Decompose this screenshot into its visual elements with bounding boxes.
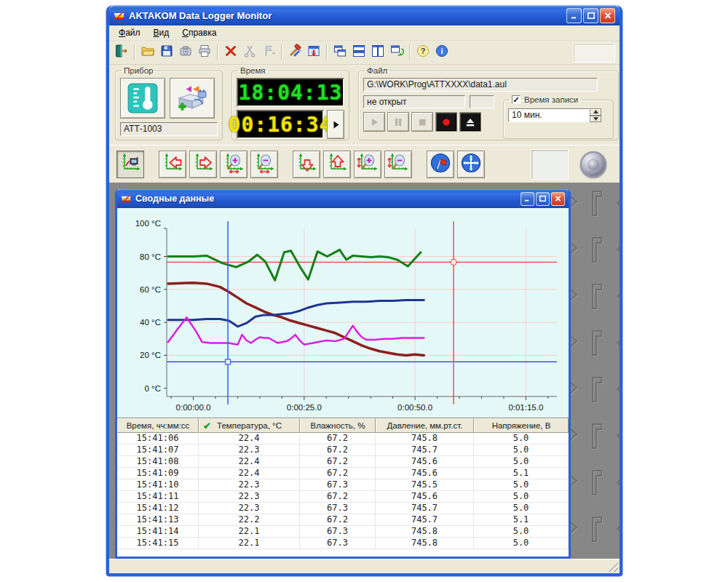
cascade-button[interactable] bbox=[331, 43, 349, 62]
zoom-out-x-icon bbox=[253, 152, 275, 177]
pause-icon bbox=[392, 116, 404, 128]
record-icon bbox=[440, 116, 452, 128]
table-cell: 5.0 bbox=[474, 456, 569, 467]
print-button[interactable] bbox=[195, 43, 214, 62]
time-panel: Время 18:04:13 00:16:34 bbox=[232, 66, 349, 140]
device-settings-button[interactable] bbox=[120, 78, 165, 119]
menu-item-вид[interactable]: Вид bbox=[147, 26, 176, 39]
table-row[interactable]: 15:41:0822.467.2745.65.0 bbox=[117, 456, 569, 468]
menubar: ФайлВидСправка bbox=[109, 25, 620, 41]
playback-controls bbox=[363, 112, 496, 132]
menu-item-файл[interactable]: Файл bbox=[112, 26, 147, 39]
arrange-icons-icon bbox=[389, 44, 404, 61]
table-cell: 67.3 bbox=[300, 503, 376, 514]
table-row[interactable]: 15:41:1322.267.2745.75.1 bbox=[117, 514, 569, 526]
about-icon: i bbox=[435, 44, 449, 61]
column-header[interactable]: ✔Температура, °C bbox=[199, 418, 300, 433]
table-row[interactable]: 15:41:0622.467.2745.85.0 bbox=[117, 433, 569, 445]
summary-minimize-button[interactable] bbox=[521, 192, 534, 206]
table-cell: 745.7 bbox=[376, 503, 474, 514]
pause-button[interactable] bbox=[387, 112, 409, 132]
preview-button[interactable] bbox=[176, 43, 195, 62]
table-row[interactable]: 15:41:0722.367.2745.75.0 bbox=[117, 445, 569, 456]
column-header-label: Давление, мм.рт.ст. bbox=[387, 421, 463, 430]
interval-up-button[interactable] bbox=[590, 108, 601, 116]
column-header[interactable]: Влажность, % bbox=[300, 418, 376, 433]
table-cell: 67.2 bbox=[300, 468, 376, 479]
arrange-icons-button[interactable] bbox=[387, 43, 406, 62]
table-cell: 22.3 bbox=[199, 445, 300, 455]
fit-chart-button[interactable] bbox=[116, 151, 144, 178]
table-row[interactable]: 15:41:1022.367.3745.55.0 bbox=[117, 479, 569, 491]
resize-grip[interactable] bbox=[609, 562, 618, 572]
column-header[interactable]: Время, чч:мм:сс bbox=[117, 418, 199, 433]
open-button[interactable] bbox=[138, 43, 157, 62]
summary-maximize-button[interactable] bbox=[536, 192, 550, 206]
column-header-label: Температура, °C bbox=[217, 421, 282, 430]
summary-titlebar[interactable]: Сводные данные bbox=[117, 189, 569, 208]
import-table-icon bbox=[306, 44, 321, 61]
record-interval-input[interactable]: 10 мин. bbox=[508, 108, 590, 122]
table-cell: 15:41:09 bbox=[117, 468, 199, 479]
menu-item-справка[interactable]: Справка bbox=[175, 26, 223, 39]
marker-dropdown-button[interactable] bbox=[259, 43, 278, 62]
record-time-checkbox[interactable]: ✓ bbox=[512, 95, 521, 104]
table-cell: 5.0 bbox=[474, 433, 569, 444]
settings-button[interactable] bbox=[285, 43, 304, 62]
table-row[interactable]: 15:41:1522.167.3745.85.0 bbox=[117, 538, 569, 549]
stop-button[interactable] bbox=[411, 112, 433, 132]
zoom-out-y-button[interactable] bbox=[384, 151, 412, 178]
volume-knob[interactable] bbox=[580, 151, 606, 178]
maximize-button[interactable] bbox=[583, 8, 598, 23]
zoom-in-x-button[interactable] bbox=[220, 151, 248, 178]
file-panel: Файл G:\WORK\Prog\ATTXXXX\data1.aul не о… bbox=[358, 66, 619, 140]
active-channel-check-icon: ✔ bbox=[203, 420, 211, 431]
about-button[interactable]: i bbox=[432, 43, 451, 62]
elapsed-mode-button[interactable] bbox=[327, 110, 344, 139]
cut-button[interactable] bbox=[240, 43, 259, 62]
tile-vertical-button[interactable] bbox=[368, 43, 387, 62]
delete-button[interactable] bbox=[221, 43, 240, 62]
play-button[interactable] bbox=[363, 112, 385, 132]
statusbar bbox=[109, 559, 620, 573]
table-cell: 15:41:08 bbox=[117, 456, 199, 467]
scroll-right-button[interactable] bbox=[189, 151, 217, 178]
marker-flag-button[interactable] bbox=[427, 151, 454, 178]
file-path-field[interactable]: G:\WORK\Prog\ATTXXXX\data1.aul bbox=[363, 78, 598, 92]
zoom-in-y-button[interactable] bbox=[354, 151, 381, 178]
table-cell: 22.1 bbox=[199, 526, 300, 537]
column-header[interactable]: Напряжение, В bbox=[474, 418, 569, 433]
eject-button[interactable] bbox=[459, 112, 481, 132]
table-cell: 67.3 bbox=[300, 538, 376, 549]
summary-window-icon bbox=[121, 194, 132, 204]
crosshair-icon bbox=[460, 152, 482, 177]
scroll-up-button[interactable] bbox=[323, 151, 351, 178]
minimize-button[interactable] bbox=[566, 8, 582, 23]
connect-device-button[interactable] bbox=[170, 78, 215, 119]
summary-close-button[interactable] bbox=[551, 192, 565, 206]
file-indicator-field bbox=[470, 95, 494, 108]
table-row[interactable]: 15:41:1422.167.3745.85.0 bbox=[117, 526, 569, 538]
scroll-down-button[interactable] bbox=[293, 151, 320, 178]
exit-button[interactable] bbox=[112, 43, 131, 62]
play-small-icon bbox=[333, 121, 339, 129]
column-header[interactable]: Давление, мм.рт.ст. bbox=[376, 418, 474, 433]
crosshair-button[interactable] bbox=[457, 151, 485, 178]
save-button[interactable] bbox=[157, 43, 176, 62]
table-cell: 5.1 bbox=[474, 468, 569, 479]
import-table-button[interactable] bbox=[304, 43, 323, 62]
zoom-out-x-button[interactable] bbox=[250, 151, 278, 178]
main-titlebar[interactable]: AKTAKOM Data Logger Monitor bbox=[109, 6, 620, 25]
close-button[interactable] bbox=[600, 8, 615, 23]
scroll-left-button[interactable] bbox=[159, 151, 186, 178]
exit-icon bbox=[114, 44, 129, 61]
table-row[interactable]: 15:41:1122.367.2745.65.0 bbox=[117, 491, 569, 503]
table-row[interactable]: 15:41:0922.467.2745.65.1 bbox=[117, 468, 569, 479]
interval-down-button[interactable] bbox=[590, 116, 601, 123]
summary-chart[interactable]: 0 °C20 °C40 °C60 °C80 °C100 °C0:00:00.00… bbox=[117, 208, 569, 418]
tile-horizontal-button[interactable] bbox=[349, 43, 368, 62]
table-body: 15:41:0622.467.2745.85.015:41:0722.367.2… bbox=[117, 433, 569, 557]
record-button[interactable] bbox=[435, 112, 457, 132]
table-row[interactable]: 15:41:1222.367.3745.75.0 bbox=[117, 503, 569, 514]
help-button[interactable]: ? bbox=[414, 43, 432, 62]
